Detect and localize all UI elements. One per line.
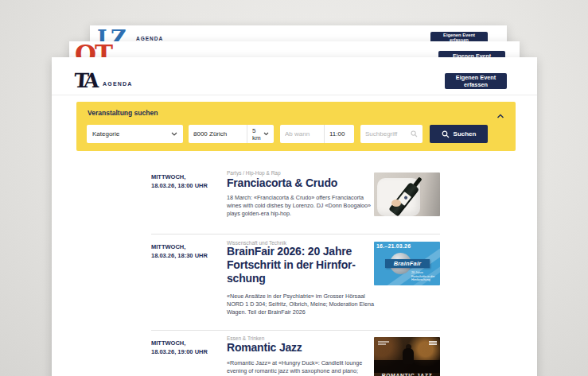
search-button-label: Suchen [454, 130, 477, 138]
event-day: MITTWOCH, [151, 172, 227, 181]
poster-title: ROMANTIC JAZZ [374, 373, 440, 376]
keyword-input[interactable] [365, 130, 411, 138]
lz-agenda-label: AGENDA [136, 36, 163, 41]
chevron-up-icon [496, 114, 504, 119]
pianist-shape [403, 348, 414, 364]
main-card: TA AGENDA Eigenen Event erfassen Veranst… [52, 57, 537, 376]
event-datetime: MITTWOCH, 18.03.26, 18:00 UHR [151, 172, 227, 190]
row-divider [151, 330, 440, 331]
date-cell [280, 125, 324, 143]
event-day: MITTWOCH, [151, 242, 227, 251]
event-title[interactable]: Franciacorta & Crudo [227, 176, 375, 190]
caption-mark [378, 341, 389, 343]
create-event-button[interactable]: Eigenen Event erfassen [445, 73, 507, 89]
event-description: «Neue Ansätze in der Psychiatrie» im Gro… [227, 293, 375, 316]
header-divider [52, 95, 537, 95]
event-time: 18.03.26, 18:30 UHR [151, 251, 227, 260]
event-title[interactable]: BrainFair 2026: 20 Jahre Fortschritt in … [227, 245, 375, 285]
search-icon [442, 130, 450, 138]
event-datetime: MITTWOCH, 18.03.26, 19:00 UHR [151, 339, 227, 356]
search-icon [411, 130, 418, 138]
category-select[interactable]: Kategorie [87, 125, 183, 143]
radius-select[interactable]: 5 km [247, 125, 274, 143]
category-value: Kategorie [92, 130, 119, 138]
caption-mark [378, 343, 386, 345]
page-background: LZ AGENDA Eigenen Event erfassen OT Eige… [0, 0, 588, 376]
chevron-down-icon [263, 132, 269, 136]
event-category: Partys / Hip-Hop & Rap [227, 170, 281, 176]
poster-title-band: BrainFair [385, 259, 430, 268]
event-category: Essen & Trinken [227, 335, 264, 341]
agenda-label: AGENDA [103, 81, 133, 87]
event-day: MITTWOCH, [151, 339, 227, 347]
poster-dates: 16.–21.03.26 [376, 243, 411, 249]
radius-value: 5 km [252, 127, 263, 141]
poster-title: BrainFair [394, 260, 422, 267]
event-description: 18 March: «Franciacorta & Crudo» offers … [227, 194, 375, 218]
row-divider [151, 234, 440, 235]
keyword-field [360, 125, 423, 143]
location-fields: 5 km [189, 125, 274, 143]
event-image-brainfair[interactable]: 16.–21.03.26 BrainFair 20 Jahre Fortschr… [374, 242, 440, 285]
event-datetime: MITTWOCH, 18.03.26, 18:30 UHR [151, 242, 227, 260]
time-cell [325, 125, 354, 143]
event-title[interactable]: Romantic Jazz [227, 341, 375, 355]
event-description: «Romantic Jazz» at «Hungry Duck»: Candle… [227, 359, 375, 376]
caption-mark [429, 343, 437, 345]
search-button[interactable]: Suchen [430, 125, 488, 143]
time-input[interactable] [329, 130, 349, 138]
plz-input[interactable] [193, 130, 242, 138]
collapse-panel-button[interactable] [496, 108, 506, 116]
hand-shape [391, 200, 401, 207]
plz-cell [189, 125, 247, 143]
tages-anzeiger-logo[interactable]: TA [73, 71, 95, 91]
event-image-wine-bottle[interactable] [374, 172, 440, 216]
date-from-input[interactable] [285, 130, 319, 138]
event-image-jazz-club[interactable]: ROMANTIC JAZZ [374, 337, 440, 376]
event-time: 18.03.26, 19:00 UHR [151, 347, 227, 356]
when-fields [280, 125, 354, 143]
event-time: 18.03.26, 18:00 UHR [151, 181, 227, 190]
chevron-down-icon [171, 132, 177, 136]
search-panel: Veranstaltung suchen Kategorie 5 km [76, 102, 516, 151]
poster-subtitle: 20 Jahre Fortschritte in der Hirnforschu… [411, 271, 438, 282]
search-panel-title: Veranstaltung suchen [88, 109, 158, 117]
caption-mark [429, 341, 437, 343]
